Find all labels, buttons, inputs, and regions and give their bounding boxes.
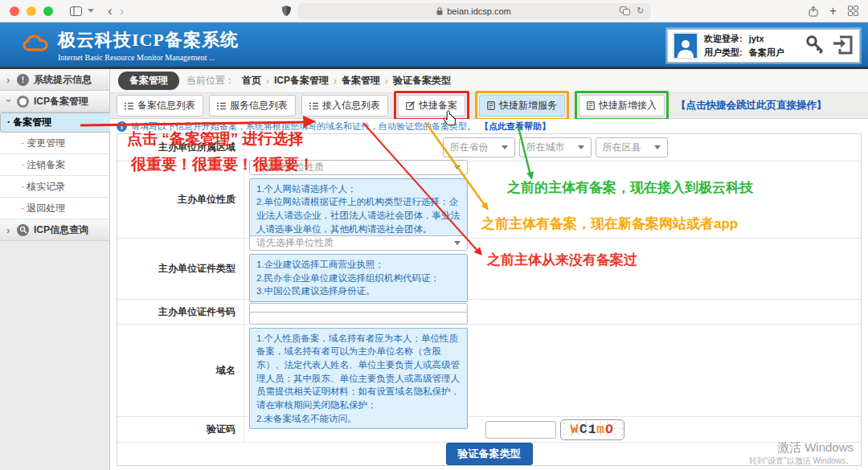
tab-beian-info-list[interactable]: 备案信息列表 (117, 95, 203, 116)
sidebar-item-label: · 核实记录 (21, 180, 65, 194)
sidebar-group-label: 系统提示信息 (34, 73, 92, 87)
city-placeholder: 所在城市 (526, 141, 565, 154)
domain-tipbox: 1.个人性质备案，域名持有者应为本人；单位性质备案，域名持有者可以为主办单位名称… (249, 328, 468, 430)
location-label: 当前位置： (186, 74, 235, 88)
breadcrumb: 备案管理 当前位置： 首页 › ICP备案管理 › 备案管理 › 验证备案类型 (110, 69, 868, 93)
province-select[interactable]: 所在省份 (443, 137, 515, 157)
select-arrow-icon (454, 241, 461, 245)
logo-cloud-icon (23, 33, 50, 57)
avatar (673, 32, 698, 59)
tab-quick-add-service[interactable]: 快捷新增服务 (479, 95, 565, 116)
share-icon[interactable] (809, 6, 818, 17)
cert-type-tipbox: 1.企业建议选择工商营业执照； 2.民办非企业单位建议选择组织机构代码证； 3.… (249, 254, 468, 302)
nature-tipbox: 1.个人网站请选择个人； 2.单位网站请根据证件上的机构类型进行选择：企业法人请… (249, 178, 468, 240)
captcha-char: W (571, 422, 580, 437)
cert-type-label: 主办单位证件类型 (117, 239, 244, 299)
sidebar-item-label: · 备案管理 (7, 116, 51, 129)
document-icon (487, 101, 495, 110)
tab-access-info-list[interactable]: 接入信息列表 (301, 95, 388, 116)
tab-overview-icon[interactable] (848, 6, 858, 16)
sidebar-group-system-messages[interactable]: › ! 系统提示信息 (0, 69, 109, 91)
verify-beian-type-button[interactable]: 验证备案类型 (446, 443, 533, 465)
captcha-image[interactable]: W C 1 m O (560, 419, 624, 440)
sidebar-item-label: · 变更管理 (21, 137, 65, 150)
captcha-char: C (579, 423, 588, 437)
app-title: 极云科技ICP备案系统 (58, 28, 239, 52)
window-zoom-button[interactable] (43, 6, 53, 16)
reload-icon[interactable]: ↻ (637, 6, 644, 15)
breadcrumb-link-beian[interactable]: 备案管理 (342, 74, 380, 88)
sidebar-item-cancel-beian[interactable]: · 注销备案 (0, 154, 109, 176)
logout-icon[interactable] (832, 34, 854, 58)
tab-label: 服务信息列表 (230, 99, 288, 112)
list-icon (125, 102, 133, 110)
breadcrumb-link-home[interactable]: 首页 (242, 74, 261, 88)
quick-add-access-highlight-box: 快捷新增接入 (575, 91, 669, 121)
annotation-green-note: 之前的主体有备案，现在接入到极云科技 (507, 178, 753, 197)
sidebar-group-label: ICP备案管理 (34, 95, 88, 108)
select-arrow-icon (502, 145, 508, 149)
district-select[interactable]: 所在区县 (596, 137, 668, 157)
district-placeholder: 所在区县 (603, 141, 641, 154)
sidebar: › ! 系统提示信息 › ICP备案管理 · 备案管理 · 变更管理 · 注销备… (0, 69, 110, 470)
help-link[interactable]: 【点此查看帮助】 (480, 121, 551, 133)
sidebar-item-verify-record[interactable]: · 核实记录 (0, 176, 109, 198)
annotation-red-note: 之前主体从来没有备案过 (487, 251, 637, 269)
city-select[interactable]: 所在城市 (519, 137, 592, 157)
list-icon (309, 102, 318, 110)
captcha-char: O (604, 422, 614, 437)
domain-input[interactable] (249, 312, 468, 325)
chevron-down-icon[interactable] (88, 9, 94, 13)
tab-label: 备案信息列表 (137, 99, 195, 112)
shield-icon[interactable] (282, 6, 291, 16)
breadcrumb-link-icp[interactable]: ICP备案管理 (274, 74, 329, 88)
select-arrow-icon (578, 145, 584, 149)
forward-icon[interactable]: › (120, 4, 125, 18)
sidebar-toggle-icon[interactable] (70, 6, 82, 16)
window-close-button[interactable] (10, 6, 19, 16)
sidebar-item-return-process[interactable]: · 退回处理 (0, 198, 109, 219)
tab-label: 快捷新增接入 (599, 99, 657, 112)
page-title-badge: 备案管理 (118, 72, 179, 90)
annotation-click-tip: 点击 “备案管理” 进行选择 (127, 129, 304, 149)
select-arrow-icon (654, 145, 661, 149)
search-icon (17, 224, 29, 236)
tip-line: 1.个人网站请选择个人； (256, 182, 461, 196)
sidebar-item-label: · 退回处理 (21, 202, 65, 215)
translate-icon[interactable] (620, 6, 630, 15)
user-panel: 欢迎登录:jytx 用户类型:备案用户 (667, 29, 860, 63)
cert-type-select[interactable]: 请先选择单位性质 (249, 235, 468, 251)
manage-icon (17, 96, 29, 108)
captcha-input[interactable] (485, 421, 556, 439)
quick-beian-highlight-box: 快捷备案 (394, 91, 469, 121)
address-bar[interactable]: beian.idcsp.com ↻ (297, 3, 651, 19)
annotation-yellow-note: 之前主体有备案，现在新备案网站或者app (481, 215, 738, 233)
tab-bar: 备案信息列表 服务信息列表 接入信息列表 快捷备案 (110, 93, 868, 119)
sidebar-group-icp-manage[interactable]: › ICP备案管理 (0, 91, 109, 112)
captcha-label: 验证码 (117, 417, 244, 442)
quick-add-service-highlight-box: 快捷新增服务 (475, 91, 569, 121)
cert-no-label: 主办单位证件号码 (117, 300, 244, 324)
quick-tabs-note: 【点击快捷会跳过此页直接操作】 (676, 99, 827, 112)
change-password-key-icon[interactable] (805, 34, 825, 58)
app-header: 极云科技ICP备案系统 Internet Basic Resource Moni… (0, 22, 868, 69)
select-arrow-icon (454, 166, 461, 170)
sidebar-item-change-manage[interactable]: · 变更管理 (0, 133, 109, 154)
edit-icon (406, 101, 415, 110)
tab-quick-beian[interactable]: 快捷备案 (398, 95, 465, 116)
window-minimize-button[interactable] (27, 6, 36, 16)
province-placeholder: 所在省份 (450, 141, 489, 154)
breadcrumb-current: 验证备案类型 (393, 74, 451, 88)
sidebar-item-label: · 注销备案 (21, 158, 65, 172)
back-icon[interactable]: ‹ (108, 4, 113, 18)
welcome-username: jytx (749, 32, 794, 46)
new-tab-icon[interactable]: + (829, 5, 837, 18)
sidebar-group-label: ICP信息查询 (34, 223, 88, 237)
welcome-label: 欢迎登录: (704, 34, 743, 43)
sidebar-group-icp-query[interactable]: › ICP信息查询 (0, 219, 109, 241)
list-icon (217, 102, 226, 110)
lock-icon (436, 7, 443, 15)
tab-service-info-list[interactable]: 服务信息列表 (209, 95, 296, 116)
tip-line: 1.个人性质备案，域名持有者应为本人；单位性质备案，域名持有者可以为主办单位名称… (256, 332, 461, 412)
tab-quick-add-access[interactable]: 快捷新增接入 (579, 95, 665, 116)
